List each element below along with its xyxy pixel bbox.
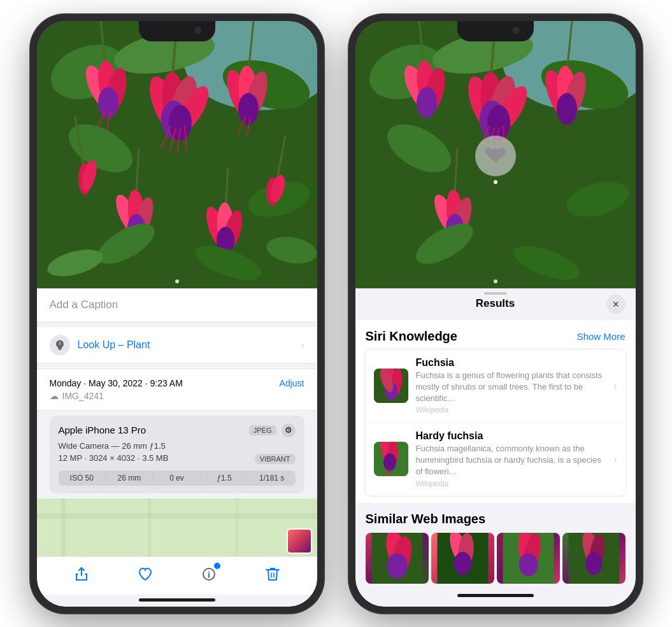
exif-ev: 0 ev (154, 470, 201, 486)
exif-shutter: 1/181 s (248, 470, 296, 486)
lookup-row[interactable]: Look Up – Plant › (37, 327, 317, 363)
svg-point-122 (518, 553, 538, 576)
front-camera (194, 27, 201, 34)
hardy-source: Wikipedia (416, 479, 606, 488)
fuchsia-thumb (374, 369, 408, 403)
svg-point-87 (417, 87, 437, 118)
map-area[interactable] (37, 498, 317, 556)
jpeg-badge: JPEG (249, 425, 276, 435)
exif-mm: 26 mm (106, 470, 154, 486)
toolbar (37, 556, 317, 595)
lookup-label: Look Up – Plant (78, 339, 150, 351)
home-indicator (139, 598, 215, 602)
hardy-thumb (374, 442, 408, 476)
results-title: Results (476, 297, 515, 310)
svg-rect-56 (37, 512, 317, 518)
caption-area[interactable]: Add a Caption (37, 288, 317, 322)
page-indicator-2 (494, 279, 497, 283)
results-header: Results ✕ (355, 288, 636, 316)
siri-lookup-button[interactable] (475, 136, 516, 176)
svg-point-22 (98, 87, 118, 118)
similar-section: Similar Web Images (355, 503, 636, 590)
similar-images (366, 533, 626, 584)
svg-point-29 (238, 93, 259, 125)
svg-point-118 (454, 552, 471, 575)
page-indicator (175, 279, 179, 283)
lookup-chevron: › (301, 340, 304, 350)
file-name: IMG_4241 (62, 391, 104, 401)
svg-point-13 (169, 105, 192, 141)
svg-point-126 (585, 552, 602, 575)
photo-area[interactable] (37, 21, 317, 288)
knowledge-card: Fuchsia Fuchsia is a genus of flowering … (364, 349, 627, 497)
phones-container: Add a Caption Look Up – Plant › (18, 2, 655, 626)
knowledge-item-hardy[interactable]: Hardy fuchsia Fuchsia magellanica, commo… (365, 423, 626, 496)
notch-2 (457, 21, 534, 41)
phone-2-screen: Results ✕ Siri Knowledge Show More (355, 21, 636, 607)
caption-placeholder[interactable]: Add a Caption (50, 299, 118, 311)
siri-section-header: Siri Knowledge Show More (355, 320, 636, 349)
exif-iso: ISO 50 (59, 470, 106, 486)
svg-rect-57 (61, 498, 66, 556)
svg-point-114 (387, 553, 407, 579)
exif-row: ISO 50 26 mm 0 ev ƒ1.5 1/181 s (59, 470, 296, 486)
results-panel: Results ✕ Siri Knowledge Show More (355, 288, 636, 607)
fuchsia-name: Fuchsia (416, 357, 606, 369)
svg-rect-55 (37, 498, 317, 556)
info-badge (213, 561, 222, 570)
notch (139, 21, 215, 41)
adjust-button[interactable]: Adjust (280, 378, 304, 388)
favorite-button[interactable] (131, 560, 159, 588)
phone-1: Add a Caption Look Up – Plant › (31, 15, 324, 613)
svg-rect-58 (148, 498, 151, 556)
similar-image-3[interactable] (497, 533, 560, 584)
results-close-button[interactable]: ✕ (606, 295, 626, 314)
show-more-button[interactable]: Show More (577, 331, 626, 342)
info-panel: Add a Caption Look Up – Plant › (37, 288, 317, 607)
hardy-chevron: › (614, 454, 617, 464)
lookup-icon (50, 335, 70, 355)
home-indicator-2 (457, 594, 534, 597)
phone-2: Results ✕ Siri Knowledge Show More (349, 15, 642, 613)
exif-aperture: ƒ1.5 (201, 470, 248, 486)
photo-date: Monday · May 30, 2022 · 9:23 AM (50, 378, 183, 388)
vibrant-badge: VIBRANT (255, 454, 296, 464)
camera-model: Apple iPhone 13 Pro (59, 425, 147, 435)
camera-badges: JPEG ⚙ (249, 423, 296, 437)
siri-dot (494, 180, 497, 184)
drag-handle[interactable] (484, 292, 507, 295)
similar-image-2[interactable] (431, 533, 494, 584)
fuchsia-source: Wikipedia (416, 405, 606, 414)
svg-rect-59 (235, 498, 239, 556)
siri-knowledge-section: Siri Knowledge Show More (355, 320, 636, 503)
camera-mp: 12 MP · 3024 × 4032 · 3.5 MB (59, 453, 169, 463)
fuchsia-desc: Fuchsia is a genus of flowering plants t… (416, 370, 606, 405)
hardy-name: Hardy fuchsia (416, 430, 606, 442)
file-info: ☁ IMG_4241 (50, 391, 304, 401)
delete-button[interactable] (259, 560, 287, 588)
camera-details: Wide Camera — 26 mm ƒ1.5 (59, 441, 296, 451)
camera-section: Apple iPhone 13 Pro JPEG ⚙ Wide Camera —… (50, 416, 304, 493)
info-button[interactable] (195, 560, 223, 588)
hardy-desc: Fuchsia magellanica, commonly known as t… (416, 443, 606, 478)
svg-point-92 (557, 93, 577, 125)
hardy-content: Hardy fuchsia Fuchsia magellanica, commo… (416, 430, 606, 488)
fuchsia-content: Fuchsia Fuchsia is a genus of flowering … (416, 357, 606, 415)
svg-point-61 (208, 571, 210, 572)
cloud-icon: ☁ (50, 391, 59, 401)
knowledge-item-fuchsia[interactable]: Fuchsia Fuchsia is a genus of flowering … (365, 349, 626, 423)
similar-image-4[interactable] (562, 533, 626, 584)
camera-settings-icon[interactable]: ⚙ (282, 423, 296, 437)
photo-area-2[interactable] (355, 21, 636, 288)
svg-point-54 (58, 341, 61, 345)
siri-knowledge-title: Siri Knowledge (366, 329, 457, 344)
front-camera-2 (513, 27, 520, 34)
fuchsia-chevron: › (614, 381, 617, 391)
phone-1-screen: Add a Caption Look Up – Plant › (37, 21, 317, 607)
map-photo-thumb (287, 528, 312, 554)
similar-image-1[interactable] (366, 533, 429, 584)
similar-title: Similar Web Images (366, 512, 626, 526)
svg-point-108 (383, 453, 396, 471)
camera-detail2: 12 MP · 3024 × 4032 · 3.5 MB VIBRANT (59, 453, 296, 465)
share-button[interactable] (68, 560, 96, 588)
